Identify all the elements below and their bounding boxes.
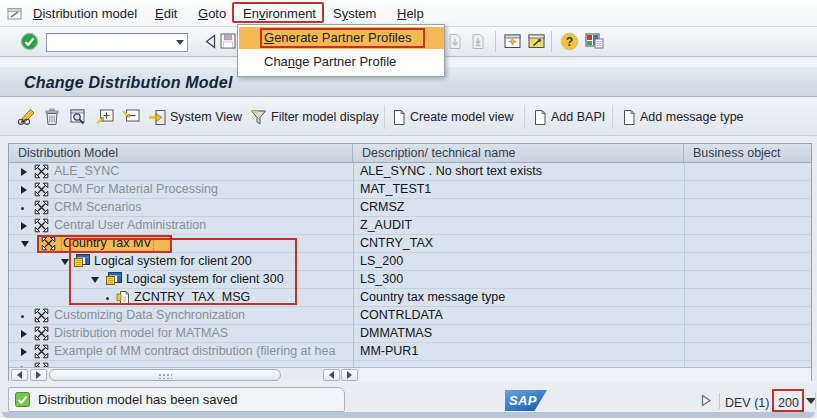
application-toolbar: System ViewFilter model displayCreate mo… — [0, 98, 817, 136]
description-cell[interactable]: LS_300 — [360, 271, 403, 289]
tree-row-distribution-model-for-matmas[interactable]: Distribution model for MATMASDMMATMAS — [9, 325, 811, 343]
tree-label[interactable]: Example of MM contract distribution (fil… — [54, 343, 335, 361]
model-icon — [34, 344, 50, 359]
tree-expander-dot[interactable] — [21, 311, 31, 321]
description-cell[interactable]: CRMSZ — [360, 199, 404, 217]
tree-expander-right[interactable] — [21, 329, 31, 339]
menu-goto[interactable]: Goto — [198, 5, 226, 23]
button-system-view[interactable]: System View — [148, 108, 242, 126]
column-header-business-object[interactable]: Business object — [684, 144, 811, 163]
tree-label[interactable]: Central User Administration — [54, 217, 206, 235]
tree-row-cdm-for-material-processing[interactable]: CDM For Material ProcessingMAT_TEST1 — [9, 181, 811, 199]
model-icon — [34, 326, 50, 341]
distribution-model-table: Distribution Model Description/ technica… — [8, 143, 812, 381]
app-toolbar-separator — [612, 105, 613, 129]
button-add-message-type[interactable]: Add message type — [622, 108, 744, 126]
tree-expander-dot[interactable] — [21, 203, 31, 213]
help-icon[interactable]: ? — [560, 32, 579, 51]
annotation-box-client — [772, 389, 804, 412]
command-field[interactable] — [46, 33, 188, 52]
description-cell[interactable]: MAT_TEST1 — [360, 181, 431, 199]
tree-expander-down[interactable] — [21, 239, 31, 249]
expand-status-icon[interactable] — [700, 393, 712, 408]
sap-logo: SAP — [505, 390, 547, 411]
menu-distribution-model[interactable]: Distribution model — [33, 5, 137, 23]
annotation-box-generate-partner-profiles — [260, 28, 425, 48]
page-title: Change Distribution Model — [24, 74, 233, 92]
system-menu-icon[interactable] — [7, 6, 23, 21]
description-cell[interactable]: CNTRY_TAX — [360, 235, 433, 253]
toolbar-separator — [551, 31, 552, 52]
tree-label[interactable]: CRM Scenarios — [54, 199, 142, 217]
back-icon[interactable] — [203, 33, 218, 50]
description-cell[interactable]: Country tax message type — [360, 289, 505, 307]
menu-edit[interactable]: Edit — [155, 5, 177, 23]
scroll-right-button-2[interactable] — [341, 369, 358, 381]
save-icon[interactable] — [220, 33, 236, 49]
pane-divider[interactable] — [353, 163, 354, 367]
menu-item-change-partner-profile[interactable]: Change Partner Profile — [239, 51, 444, 73]
scrollbar-track-right[interactable] — [360, 368, 811, 382]
button-add-bapi[interactable]: Add BAPI — [533, 108, 605, 126]
description-cell[interactable]: CONTRLDATA — [360, 307, 443, 325]
tree-row-customizing-data-synchronization[interactable]: Customizing Data SynchronizationCONTRLDA… — [9, 307, 811, 325]
change-pencil-button[interactable] — [16, 108, 36, 126]
enter-check-icon[interactable] — [20, 32, 39, 51]
annotation-box-country-tax-mv — [37, 235, 172, 253]
new-session-icon[interactable] — [504, 33, 522, 49]
combo-caret-icon[interactable] — [176, 40, 184, 45]
status-message: Distribution model has been saved — [38, 392, 237, 407]
column-divider — [684, 163, 685, 367]
customize-layout-icon[interactable] — [585, 33, 604, 49]
annotation-box-environment — [232, 2, 324, 23]
create-shortcut-icon[interactable] — [528, 33, 546, 49]
status-separator — [815, 393, 816, 409]
tree-row-example-of-mm-contract-distribution-file[interactable]: Example of MM contract distribution (fil… — [9, 343, 811, 361]
model-icon — [34, 200, 50, 215]
model-icon — [34, 182, 50, 197]
tree-expander-right[interactable] — [21, 167, 31, 177]
menu-system[interactable]: System — [333, 5, 376, 23]
tree-row-ale-sync[interactable]: ALE_SYNCALE_SYNC . No short text exists — [9, 163, 811, 181]
app-toolbar-separator — [524, 105, 525, 129]
status-message-box: Distribution model has been saved — [8, 387, 345, 412]
tree-expander-right[interactable] — [21, 185, 31, 195]
menu-bar: Distribution modelEditGotoEnvironmentSys… — [0, 0, 817, 27]
button-filter-model-display[interactable]: Filter model display — [250, 108, 379, 126]
scroll-left-button[interactable] — [11, 369, 28, 381]
description-cell[interactable]: ALE_SYNC . No short text exists — [360, 163, 542, 181]
scroll-right-button[interactable] — [30, 369, 47, 381]
tree-label[interactable]: Distribution model for MATMAS — [54, 325, 228, 343]
column-header-description[interactable]: Description/ technical name — [353, 144, 684, 163]
success-check-icon — [15, 392, 30, 407]
tree-row-crm-scenarios[interactable]: CRM ScenariosCRMSZ — [9, 199, 811, 217]
tree-expander-right[interactable] — [21, 347, 31, 357]
expand-node-button[interactable] — [96, 108, 114, 126]
toolbar-separator — [495, 31, 496, 52]
column-header-distribution-model[interactable]: Distribution Model — [9, 144, 353, 163]
description-cell[interactable]: LS_200 — [360, 253, 403, 271]
table-header: Distribution Model Description/ technica… — [9, 144, 811, 163]
system-id: DEV (1) — [725, 396, 769, 410]
tree-expander-right[interactable] — [21, 221, 31, 231]
app-toolbar-separator — [384, 105, 385, 129]
description-cell[interactable]: MM-PUR1 — [360, 343, 418, 361]
description-cell[interactable]: Z_AUDIT — [360, 217, 412, 235]
tree-label[interactable]: CDM For Material Processing — [54, 181, 218, 199]
button-create-model-view[interactable]: Create model view — [392, 108, 514, 126]
page-down-icon — [447, 33, 463, 50]
tree-label[interactable]: Customizing Data Synchronization — [54, 307, 245, 325]
tree-label[interactable]: ALE_SYNC — [54, 163, 119, 181]
status-separator — [719, 393, 720, 409]
find-magnifier-button[interactable] — [70, 108, 88, 126]
model-icon — [34, 308, 50, 323]
scrollbar-thumb[interactable] — [49, 369, 281, 381]
scroll-left-button-2[interactable] — [323, 369, 340, 381]
description-cell[interactable]: DMMATMAS — [360, 325, 432, 343]
collapse-node-button[interactable] — [122, 108, 140, 126]
model-icon — [34, 164, 50, 179]
horizontal-scrollbar-row — [9, 367, 811, 381]
tree-row-central-user-administration[interactable]: Central User AdministrationZ_AUDIT — [9, 217, 811, 235]
delete-trash-button[interactable] — [44, 108, 60, 126]
menu-help[interactable]: Help — [397, 5, 424, 23]
